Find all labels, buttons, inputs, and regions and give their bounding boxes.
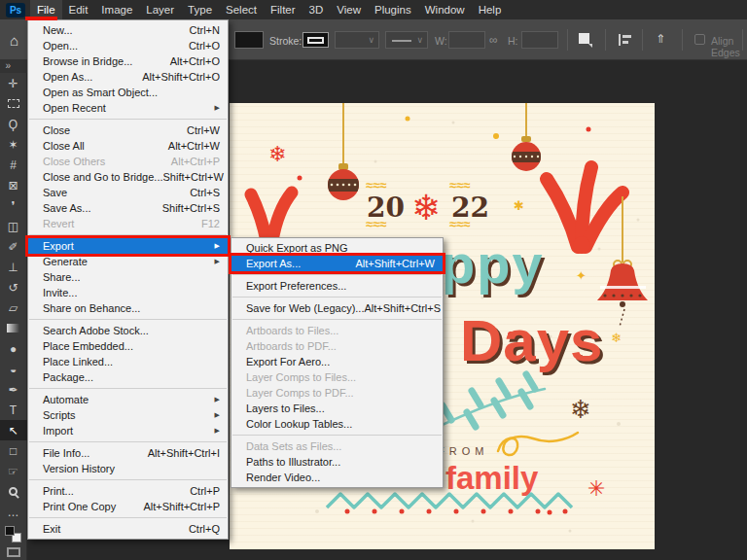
healing-brush-tool[interactable]: ◫	[0, 216, 27, 236]
crop-tool[interactable]: #	[0, 155, 27, 175]
eyedropper-tool[interactable]: ❜	[0, 195, 27, 216]
menu-item-artboards-to-files[interactable]: Artboards to Files...	[231, 323, 443, 338]
menu-item-place-linked[interactable]: Place Linked...	[28, 354, 228, 369]
pen-tool[interactable]: ✒	[0, 379, 27, 400]
menu-item-place-embedded[interactable]: Place Embedded...	[28, 338, 228, 354]
path-arrangement-icon[interactable]: ⇑	[656, 32, 665, 46]
menu-help[interactable]: Help	[472, 0, 509, 19]
menu-item-version-history[interactable]: Version History	[28, 461, 228, 476]
menu-item-export-as[interactable]: Export As...Alt+Shift+Ctrl+W	[231, 256, 443, 271]
clone-stamp-tool[interactable]: ⊥	[0, 257, 27, 277]
quick-mask-icon[interactable]	[7, 547, 20, 557]
menu-item-file-info[interactable]: File Info...Alt+Shift+Ctrl+I	[28, 445, 228, 461]
menu-window[interactable]: Window	[418, 0, 472, 19]
menu-item-save-as[interactable]: Save As...Shift+Ctrl+S	[28, 200, 228, 216]
menu-item-save[interactable]: SaveCtrl+S	[28, 185, 228, 200]
path-operations-icon[interactable]	[579, 33, 589, 44]
menu-item-open[interactable]: Open...Ctrl+O	[28, 38, 228, 53]
dodge-tool[interactable]: ◒	[0, 359, 27, 379]
menu-item-browse-in-bridge[interactable]: Browse in Bridge...Alt+Ctrl+O	[28, 53, 228, 69]
gradient-tool[interactable]	[0, 318, 27, 338]
frame-tool[interactable]: ⊠	[0, 175, 27, 195]
menu-item-invite[interactable]: Invite...	[28, 285, 228, 300]
magic-wand-tool[interactable]: ✶	[0, 134, 27, 155]
collapse-panel-icon[interactable]: »	[0, 60, 27, 73]
menu-filter[interactable]: Filter	[264, 0, 302, 19]
rectangle-tool[interactable]: □	[0, 440, 27, 461]
menu-item-close-others[interactable]: Close OthersAlt+Ctrl+P	[28, 154, 228, 169]
height-input[interactable]	[521, 31, 558, 49]
stroke-options-dropdown[interactable]: ∨	[335, 31, 379, 49]
menu-item-shortcut: Alt+Ctrl+P	[171, 156, 220, 167]
stroke-type-dropdown[interactable]: ∨	[385, 31, 428, 49]
rectangular-marquee-tool[interactable]	[0, 93, 27, 114]
fill-color-swatch[interactable]	[234, 31, 264, 49]
menu-item-save-for-web-legacy[interactable]: Save for Web (Legacy)...Alt+Shift+Ctrl+S	[231, 300, 443, 316]
menu-image[interactable]: Image	[94, 0, 139, 19]
menu-item-share[interactable]: Share...	[28, 269, 228, 285]
menu-select[interactable]: Select	[219, 0, 264, 19]
type-tool[interactable]: T	[0, 400, 27, 420]
menu-item-import[interactable]: Import▶	[28, 423, 228, 438]
menu-item-generate[interactable]: Generate▶	[28, 254, 228, 269]
move-tool[interactable]: ✛	[0, 73, 27, 93]
eraser-tool[interactable]: ▱	[0, 298, 27, 318]
menu-edit[interactable]: Edit	[62, 0, 95, 19]
menu-item-export[interactable]: Export▶	[28, 238, 228, 254]
path-alignment-icon[interactable]	[619, 34, 632, 46]
menu-item-print[interactable]: Print...Ctrl+P	[28, 483, 228, 499]
menu-item-open-recent[interactable]: Open Recent▶	[28, 100, 228, 116]
blur-tool[interactable]: ●	[0, 338, 27, 359]
menu-item-paths-to-illustrator[interactable]: Paths to Illustrator...	[231, 454, 443, 470]
menu-item-print-one-copy[interactable]: Print One CopyAlt+Shift+Ctrl+P	[28, 499, 228, 514]
menu-item-open-as[interactable]: Open As...Alt+Shift+Ctrl+O	[28, 69, 228, 85]
from-label: FROM	[438, 445, 488, 457]
menu-item-layers-to-files[interactable]: Layers to Files...	[231, 401, 443, 416]
menu-item-new[interactable]: New...Ctrl+N	[28, 22, 228, 38]
menu-item-share-on-behance[interactable]: Share on Behance...	[28, 300, 228, 316]
align-edges-checkbox[interactable]	[694, 34, 705, 45]
menu-item-automate[interactable]: Automate▶	[28, 392, 228, 407]
foreground-color-swatch[interactable]	[5, 526, 15, 536]
rectangular-marquee-tool-icon	[8, 99, 19, 108]
menu-item-export-for-aero[interactable]: Export For Aero...	[231, 354, 443, 369]
menu-item-exit[interactable]: ExitCtrl+Q	[28, 521, 228, 537]
menu-item-search-adobe-stock[interactable]: Search Adobe Stock...	[28, 323, 228, 338]
zoom-tool[interactable]	[0, 481, 27, 502]
history-brush-tool[interactable]: ↺	[0, 277, 27, 298]
menu-item-open-as-smart-object[interactable]: Open as Smart Object...	[28, 85, 228, 100]
menu-layer[interactable]: Layer	[139, 0, 181, 19]
edit-toolbar-ellipsis-icon[interactable]: …	[0, 502, 27, 522]
menu-item-label: Quick Export as PNG	[246, 242, 348, 254]
foreground-background-swatches[interactable]	[5, 526, 21, 542]
menu-item-close-all[interactable]: Close AllAlt+Ctrl+W	[28, 138, 228, 154]
brush-tool[interactable]: ✐	[0, 236, 27, 257]
menu-item-render-video[interactable]: Render Video...	[231, 470, 443, 485]
menu-separator	[232, 297, 442, 298]
menu-type[interactable]: Type	[181, 0, 219, 19]
stroke-color-swatch[interactable]	[302, 32, 329, 48]
menu-item-artboards-to-pdf[interactable]: Artboards to PDF...	[231, 338, 443, 354]
home-icon[interactable]: ⌂	[0, 19, 29, 60]
menu-item-layer-comps-to-pdf[interactable]: Layer Comps to PDF...	[231, 385, 443, 401]
menu-item-data-sets-as-files[interactable]: Data Sets as Files...	[231, 438, 443, 454]
menu-item-scripts[interactable]: Scripts▶	[28, 407, 228, 423]
menu-item-color-lookup-tables[interactable]: Color Lookup Tables...	[231, 416, 443, 432]
menu-item-label: Import	[43, 425, 73, 437]
menu-item-close-and-go-to-bridge[interactable]: Close and Go to Bridge...Shift+Ctrl+W	[28, 169, 228, 185]
menu-item-layer-comps-to-files[interactable]: Layer Comps to Files...	[231, 369, 443, 385]
width-input[interactable]	[448, 31, 485, 49]
hand-tool[interactable]: ☞	[0, 461, 27, 481]
lasso-tool[interactable]: Ϙ	[0, 114, 27, 134]
menu-item-close[interactable]: CloseCtrl+W	[28, 122, 228, 138]
menu-view[interactable]: View	[330, 0, 368, 19]
menu-item-revert[interactable]: RevertF12	[28, 216, 228, 231]
menu-3d[interactable]: 3D	[302, 0, 331, 19]
separator	[567, 29, 568, 51]
path-selection-tool[interactable]: ↖	[0, 420, 27, 440]
menu-item-export-preferences[interactable]: Export Preferences...	[231, 278, 443, 294]
menu-item-package[interactable]: Package...	[28, 369, 228, 385]
menu-plugins[interactable]: Plugins	[368, 0, 418, 19]
menu-item-quick-export-as-png[interactable]: Quick Export as PNG	[231, 240, 443, 256]
link-dimensions-icon[interactable]: ∞	[489, 33, 498, 47]
